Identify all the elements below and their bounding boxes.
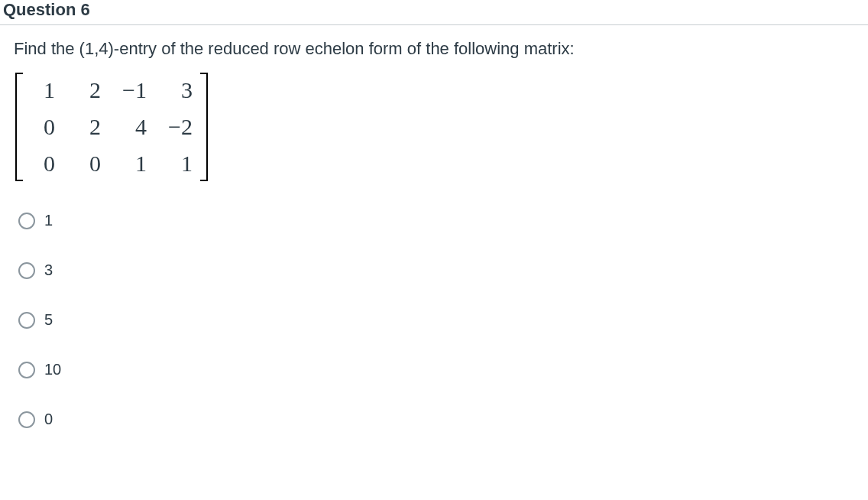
right-bracket (200, 73, 208, 181)
matrix-body: 1 2 −1 3 0 2 4 −2 0 0 1 1 (23, 73, 200, 181)
option-label: 10 (44, 361, 61, 378)
matrix-cell: −1 (122, 79, 147, 102)
radio-icon (18, 312, 35, 329)
option-b[interactable]: 3 (18, 261, 856, 279)
question-prompt: Find the (1,4)-entry of the reduced row … (14, 39, 856, 59)
radio-icon (18, 213, 35, 229)
left-bracket (15, 73, 23, 181)
question-header: Question 6 (0, 0, 868, 25)
matrix: 1 2 −1 3 0 2 4 −2 0 0 1 1 (15, 73, 208, 181)
option-label: 3 (44, 261, 53, 279)
option-a[interactable]: 1 (18, 212, 856, 229)
option-label: 1 (44, 212, 53, 229)
option-c[interactable]: 5 (18, 311, 856, 329)
radio-icon (18, 262, 35, 279)
matrix-cell: 3 (168, 79, 193, 102)
matrix-cell: 4 (122, 115, 147, 138)
matrix-cell: 0 (31, 152, 55, 175)
question-title: Question 6 (3, 0, 90, 19)
options-list: 1 3 5 10 0 (14, 212, 856, 428)
matrix-cell: 0 (76, 152, 101, 175)
option-label: 5 (44, 311, 53, 329)
matrix-cell: 1 (168, 152, 193, 175)
matrix-cell: −2 (168, 115, 193, 138)
option-label: 0 (44, 411, 53, 428)
matrix-cell: 1 (31, 79, 55, 102)
option-e[interactable]: 0 (18, 411, 856, 428)
matrix-cell: 2 (76, 79, 101, 102)
question-body: Find the (1,4)-entry of the reduced row … (0, 25, 868, 428)
option-d[interactable]: 10 (18, 361, 856, 378)
radio-icon (18, 362, 35, 378)
matrix-cell: 2 (76, 115, 101, 138)
radio-icon (18, 411, 35, 428)
matrix-cell: 0 (31, 115, 55, 138)
matrix-cell: 1 (122, 152, 147, 175)
